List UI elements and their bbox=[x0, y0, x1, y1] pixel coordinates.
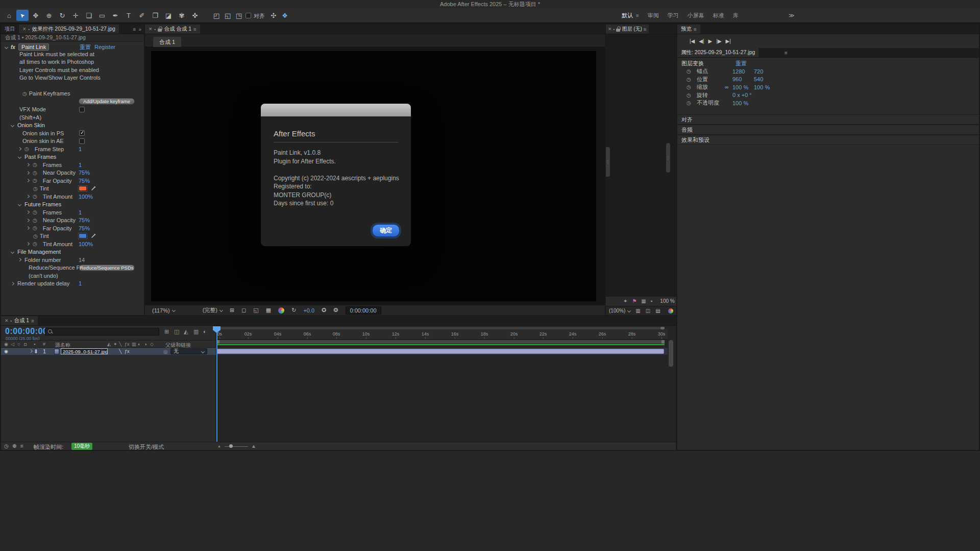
chevron-right-icon[interactable] bbox=[18, 147, 21, 151]
close-tab-icon[interactable]: ✕ bbox=[608, 27, 612, 32]
tab-overflow-icon[interactable]: » bbox=[136, 27, 144, 32]
dialog-titlebar[interactable] bbox=[261, 104, 411, 116]
play-button[interactable]: ▶ bbox=[708, 38, 713, 44]
close-tab-icon[interactable]: ✕ bbox=[22, 27, 27, 32]
mini-flowchart-icon[interactable]: ⊞ bbox=[164, 328, 169, 335]
panel-menu-icon[interactable]: ≡ bbox=[644, 27, 647, 32]
next-frame-button[interactable]: |▶ bbox=[716, 38, 721, 44]
stopwatch-icon[interactable]: ◷ bbox=[33, 162, 37, 167]
person-icon[interactable]: ✦ bbox=[623, 298, 627, 304]
anchor-y-value[interactable]: 720 bbox=[754, 68, 763, 75]
layer-zoom-dropdown[interactable]: (100%) bbox=[609, 308, 630, 314]
eyedropper-icon[interactable] bbox=[91, 233, 96, 239]
future-far-opacity-value[interactable]: 75% bbox=[79, 225, 90, 231]
axis-mode-local-button[interactable]: ◰ bbox=[210, 10, 223, 21]
roto-brush-tool[interactable]: ✾ bbox=[176, 10, 188, 21]
group-file-management[interactable]: File Management bbox=[1, 248, 144, 256]
chevron-right-icon[interactable] bbox=[26, 179, 30, 182]
transform-section-header[interactable]: 图层变换 重置 bbox=[677, 59, 979, 67]
eraser-tool[interactable]: ◪ bbox=[162, 10, 175, 21]
resolution-dropdown[interactable]: (完整) bbox=[203, 306, 223, 314]
collapse-effect-icon[interactable] bbox=[5, 45, 8, 49]
brush-tool[interactable]: ✐ bbox=[136, 10, 148, 21]
exposure-value[interactable]: +0.0 bbox=[303, 307, 314, 314]
pan-behind-tool[interactable]: ❏ bbox=[83, 10, 95, 21]
panel-divider-grip[interactable]: ⋮ bbox=[606, 147, 610, 177]
eyedropper-icon[interactable] bbox=[91, 186, 96, 192]
future-tint-swatch[interactable] bbox=[79, 233, 87, 238]
eye-column-icon[interactable]: ◉ bbox=[4, 342, 8, 347]
tab-preview[interactable]: 预览 ≡ bbox=[677, 25, 700, 34]
zoom-out-mountain-icon[interactable]: ▲ bbox=[217, 444, 221, 448]
stopwatch-icon[interactable]: ◷ bbox=[687, 92, 691, 98]
view-a-icon[interactable]: ◫ bbox=[646, 308, 650, 314]
close-tab-icon[interactable]: ✕ bbox=[5, 318, 9, 323]
hand-tool[interactable]: ✥ bbox=[30, 10, 42, 21]
tab-layer-panel[interactable]: ✕ ▪ 图层 (无) ≡ bbox=[606, 25, 649, 34]
position-y-value[interactable]: 540 bbox=[754, 76, 763, 82]
past-frames-value[interactable]: 1 bbox=[79, 162, 82, 168]
axis-mode-view-button[interactable]: ◳ bbox=[233, 10, 245, 21]
rotation-value[interactable]: 0 x +0 ° bbox=[732, 92, 752, 98]
mask-toggle-icon[interactable]: ◻ bbox=[241, 307, 246, 314]
dot-icon[interactable]: ▪ bbox=[651, 298, 653, 304]
time-ruler[interactable]: 0s 02s 04s 06s 08s 10s 12s 14s 16s 18s 2… bbox=[216, 329, 668, 340]
chevron-right-icon[interactable] bbox=[26, 226, 30, 230]
comp-viewer-tab[interactable]: 合成 1 bbox=[153, 37, 181, 47]
puppet-tool[interactable]: ✜ bbox=[189, 10, 201, 21]
stopwatch-icon[interactable]: ◷ bbox=[33, 218, 37, 223]
layer-fx-switch[interactable]: ƒx bbox=[125, 349, 130, 354]
work-area-bar[interactable] bbox=[216, 340, 665, 344]
future-tint-amount-value[interactable]: 100% bbox=[79, 241, 93, 247]
timeline-zoom-slider-track[interactable] bbox=[225, 446, 248, 447]
pen-tool[interactable]: ✒ bbox=[109, 10, 121, 21]
reduce-sequence-psds-button[interactable]: Reduce/Sequence PSDs bbox=[79, 265, 135, 271]
chevron-down-icon[interactable] bbox=[18, 155, 21, 159]
clone-stamp-tool[interactable]: ❐ bbox=[149, 10, 161, 21]
orbit-camera-tool[interactable]: ↻ bbox=[56, 10, 68, 21]
section-align[interactable]: 对齐 bbox=[677, 114, 979, 125]
pan-camera-tool[interactable]: ✛ bbox=[69, 10, 82, 21]
past-tint-amount-value[interactable]: 100% bbox=[79, 194, 93, 200]
chevron-down-icon[interactable] bbox=[11, 250, 14, 254]
workspace-small-screen[interactable]: 小屏幕 bbox=[688, 12, 704, 19]
anchor-x-value[interactable]: 1280 bbox=[732, 68, 745, 75]
last-frame-button[interactable]: ▶| bbox=[726, 38, 731, 44]
shy-toggle-icon[interactable]: ◭ bbox=[184, 328, 188, 335]
layer-quality-switch[interactable]: ╲ bbox=[119, 349, 121, 354]
draft-3d-icon[interactable]: ◫ bbox=[174, 328, 179, 335]
stopwatch-icon[interactable]: ◷ bbox=[33, 186, 38, 191]
onion-ps-checkbox[interactable] bbox=[79, 130, 85, 136]
layer-eye-icon[interactable]: ◉ bbox=[4, 349, 8, 354]
prev-frame-button[interactable]: ◀| bbox=[699, 38, 704, 44]
panel-menu-icon[interactable]: ≡ bbox=[193, 27, 197, 32]
future-frames-value[interactable]: 1 bbox=[79, 209, 82, 215]
snowflake-icon[interactable]: ❆ bbox=[12, 443, 16, 449]
color-management-icon[interactable] bbox=[278, 307, 284, 314]
link-scale-icon[interactable]: ∞ bbox=[725, 84, 728, 90]
chevron-right-icon[interactable] bbox=[11, 282, 14, 285]
workspace-standard[interactable]: 标准 bbox=[713, 12, 724, 19]
past-far-opacity-value[interactable]: 75% bbox=[79, 178, 90, 184]
group-onion-skin[interactable]: Onion Skin bbox=[1, 122, 144, 130]
playhead-line[interactable] bbox=[216, 326, 217, 442]
lock-icon[interactable] bbox=[158, 29, 162, 32]
ok-button[interactable]: 确定 bbox=[372, 224, 400, 237]
workspace-default[interactable]: 默认 bbox=[622, 12, 633, 19]
workspace-review[interactable]: 审阅 bbox=[648, 12, 659, 19]
audio-column-icon[interactable]: ◁ bbox=[11, 342, 14, 347]
close-tab-icon[interactable]: ✕ bbox=[149, 27, 153, 32]
chevron-right-icon[interactable] bbox=[26, 219, 30, 222]
tab-composition[interactable]: ✕ ▪ 合成 合成 1 ≡ bbox=[145, 25, 200, 34]
chevron-right-icon[interactable] bbox=[26, 242, 30, 246]
future-near-opacity-value[interactable]: 75% bbox=[79, 217, 90, 223]
transparency-grid-icon[interactable]: ▦ bbox=[266, 307, 271, 314]
zoom-in-mountain-icon[interactable]: ▲ bbox=[251, 443, 256, 449]
flag-icon[interactable]: ⚑ bbox=[632, 298, 636, 304]
channel-color-icon[interactable] bbox=[668, 308, 673, 314]
reset-transform-link[interactable]: 重置 bbox=[736, 60, 747, 67]
chevron-down-icon[interactable] bbox=[11, 124, 14, 127]
register-link[interactable]: Register bbox=[94, 44, 115, 50]
folder-number-value[interactable]: 14 bbox=[79, 257, 85, 263]
panel-menu-icon[interactable]: ≡ bbox=[785, 50, 788, 56]
